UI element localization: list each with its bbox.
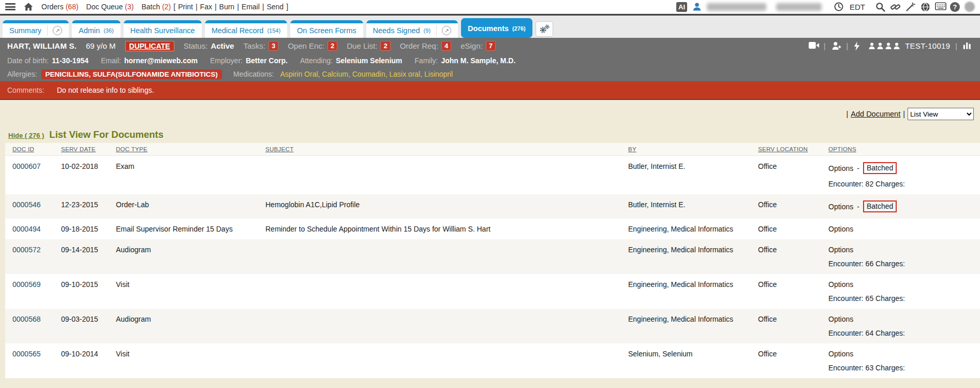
document-row[interactable]: 0000568 09-03-2015 Audiogram Engineering… bbox=[5, 309, 980, 343]
external-link-icon[interactable]: ↗ bbox=[442, 26, 451, 35]
add-person-icon[interactable] bbox=[831, 41, 841, 51]
options-dash: - bbox=[857, 164, 859, 173]
esign-label: eSign: bbox=[461, 41, 483, 50]
options-link[interactable]: Options bbox=[828, 225, 853, 233]
encounter-link[interactable]: Encounter: 63 Charges: bbox=[828, 364, 980, 372]
lightning-icon[interactable] bbox=[853, 41, 864, 51]
help-icon[interactable]: ? bbox=[950, 2, 960, 12]
due-list-count-badge[interactable]: 2 bbox=[380, 41, 390, 51]
document-row[interactable]: 0000546 12-23-2015 Order-Lab Hemoglobin … bbox=[5, 194, 980, 219]
user-icon[interactable] bbox=[692, 2, 702, 12]
patient-age-sex: 69 y/o M bbox=[86, 41, 116, 50]
print-link[interactable]: Print bbox=[178, 3, 193, 11]
doc-id-link[interactable]: 0000546 bbox=[12, 200, 61, 209]
serv-location-cell: Office bbox=[758, 350, 828, 358]
medications-label: Medications: bbox=[233, 70, 274, 78]
globe-icon[interactable] bbox=[920, 2, 930, 12]
send-link[interactable]: Send bbox=[266, 3, 284, 11]
ai-badge[interactable]: AI bbox=[676, 2, 687, 12]
search-icon[interactable] bbox=[875, 2, 885, 12]
burn-link[interactable]: Burn bbox=[219, 3, 235, 11]
chart-id[interactable]: TEST-10019 bbox=[905, 41, 950, 50]
comments-bar: Comments: Do not release info to sibling… bbox=[0, 81, 980, 100]
column-header-doc-id[interactable]: DOC ID bbox=[12, 146, 61, 152]
batched-badge[interactable]: Batched bbox=[863, 162, 897, 174]
order-req-label: Order Req: bbox=[400, 41, 438, 50]
view-mode-select[interactable]: List View bbox=[908, 108, 974, 120]
attending-value: Selenium Selenium bbox=[336, 56, 402, 65]
clock-icon[interactable] bbox=[834, 2, 844, 12]
video-camera-icon[interactable] bbox=[808, 41, 819, 51]
orders-link[interactable]: Orders (68) bbox=[41, 3, 79, 11]
doc-id-link[interactable]: 0000569 bbox=[12, 280, 61, 289]
esign-count-badge[interactable]: 7 bbox=[486, 41, 496, 51]
document-row[interactable]: 0000607 10-02-2018 Exam Butler, Internis… bbox=[5, 156, 980, 194]
external-link-icon[interactable]: ↗ bbox=[53, 26, 62, 35]
column-header-serv-location[interactable]: SERV LOCATION bbox=[758, 146, 828, 152]
patient-name[interactable]: HART, WILLIAM S. bbox=[7, 41, 77, 50]
by-cell: Engineering, Medical Informatics bbox=[628, 315, 758, 323]
encounter-persons-icons[interactable] bbox=[869, 42, 900, 50]
doc-queue-link[interactable]: Doc Queue (3) bbox=[86, 3, 134, 11]
options-link[interactable]: Options bbox=[828, 203, 853, 211]
tab-on-screen-forms[interactable]: On Screen Forms bbox=[290, 20, 363, 38]
column-header-subject[interactable]: SUBJECT bbox=[265, 146, 628, 152]
tab-summary[interactable]: Summary ↗ bbox=[3, 20, 69, 38]
tab-documents[interactable]: Documents (276) bbox=[461, 18, 532, 38]
column-header-doc-type[interactable]: DOC TYPE bbox=[116, 146, 265, 152]
tab-needs-signed[interactable]: Needs Signed (9) ↗ bbox=[366, 20, 458, 38]
fax-link[interactable]: Fax bbox=[200, 3, 212, 11]
options-link[interactable]: Options bbox=[828, 246, 853, 254]
bracket: ] bbox=[286, 3, 288, 11]
tab-admin[interactable]: Admin (36) bbox=[72, 20, 121, 38]
tab-health-surveillance[interactable]: Health Surveillance bbox=[124, 20, 202, 38]
column-header-by[interactable]: BY bbox=[628, 146, 758, 152]
encounter-link[interactable]: Encounter: 82 Charges: bbox=[828, 180, 980, 188]
home-icon[interactable] bbox=[23, 2, 34, 12]
document-row[interactable]: 0000569 09-10-2015 Visit Engineering, Me… bbox=[5, 274, 980, 309]
document-row[interactable]: 0000565 09-10-2014 Visit Selenium, Selen… bbox=[5, 343, 980, 378]
options-link[interactable]: Options bbox=[828, 164, 853, 173]
doc-id-link[interactable]: 0000494 bbox=[12, 225, 61, 233]
encounter-link[interactable]: Encounter: 66 Charges: bbox=[828, 260, 980, 268]
dob-value: 11-30-1954 bbox=[52, 56, 88, 65]
column-header-serv-date[interactable]: SERV DATE bbox=[61, 146, 116, 152]
tab-settings-button[interactable] bbox=[536, 21, 553, 37]
email-link[interactable]: Email bbox=[242, 3, 260, 11]
wand-icon[interactable] bbox=[905, 2, 915, 12]
keyboard-icon[interactable] bbox=[935, 2, 945, 12]
document-row[interactable]: 0000572 09-14-2015 Audiogram Engineering… bbox=[5, 239, 980, 274]
bar-chart-icon[interactable] bbox=[962, 41, 973, 51]
add-document-link[interactable]: Add Document bbox=[851, 110, 900, 118]
order-req-count-badge[interactable]: 4 bbox=[441, 41, 451, 51]
options-link[interactable]: Options bbox=[828, 315, 853, 323]
open-enc-count-badge[interactable]: 2 bbox=[328, 41, 337, 51]
serv-date-cell: 09-10-2014 bbox=[61, 350, 116, 358]
column-header-options[interactable]: OPTIONS bbox=[828, 146, 980, 152]
doc-id-link[interactable]: 0000572 bbox=[12, 246, 61, 254]
doc-id-link[interactable]: 0000565 bbox=[12, 350, 61, 358]
hamburger-menu-icon[interactable] bbox=[5, 3, 16, 10]
batch-link[interactable]: Batch (2) bbox=[141, 3, 171, 11]
batched-badge[interactable]: Batched bbox=[863, 200, 897, 212]
document-row[interactable]: 0000494 09-18-2015 Email Supervisor Remi… bbox=[5, 219, 980, 239]
tab-medical-record[interactable]: Medical Record (154) bbox=[205, 20, 287, 38]
allergies-badge[interactable]: PENICILLINS, SULFA(SULFONAMIDE ANTIBIOTI… bbox=[41, 69, 222, 79]
options-cell: Options bbox=[828, 246, 980, 254]
doc-id-link[interactable]: 0000607 bbox=[12, 162, 61, 170]
options-link[interactable]: Options bbox=[828, 350, 853, 358]
encounter-link[interactable]: Encounter: 64 Charges: bbox=[828, 329, 980, 337]
gears-icon bbox=[539, 24, 550, 34]
link-icon[interactable] bbox=[890, 2, 900, 12]
serv-location-cell: Office bbox=[758, 225, 828, 233]
encounter-link[interactable]: Encounter: 65 Charges: bbox=[828, 294, 980, 303]
email-value[interactable]: horner@mieweb.com bbox=[124, 56, 198, 65]
options-link[interactable]: Options bbox=[828, 280, 853, 289]
duplicate-badge[interactable]: DUPLICATE bbox=[125, 41, 174, 51]
medications-list[interactable]: Aspirin Oral, Calcium, Coumadin, Lasix o… bbox=[280, 70, 453, 78]
tab-count: (154) bbox=[267, 27, 280, 34]
doc-id-link[interactable]: 0000568 bbox=[12, 315, 61, 323]
email-label: Email: bbox=[101, 56, 121, 65]
tasks-count-badge[interactable]: 3 bbox=[269, 41, 278, 51]
hide-documents-link[interactable]: Hide ( 276 ) bbox=[8, 132, 44, 139]
